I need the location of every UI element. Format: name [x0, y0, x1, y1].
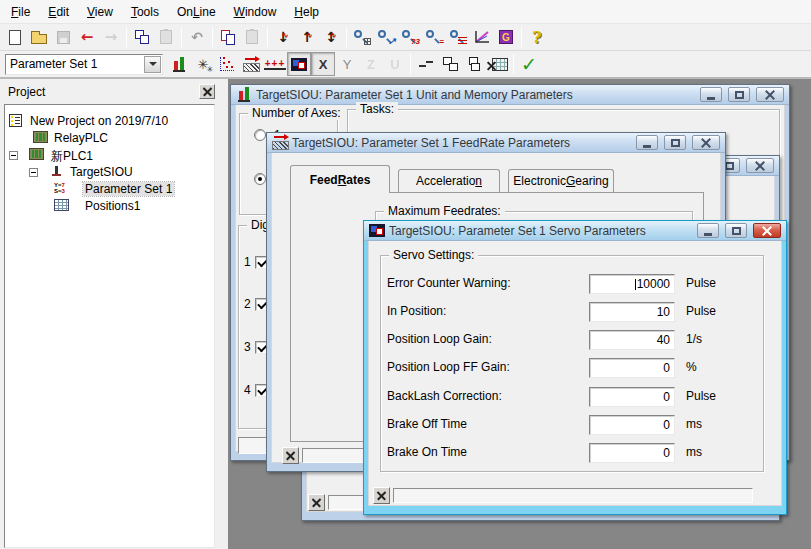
- download-button[interactable]: ↓∿: [271, 25, 295, 49]
- paste-icon: [160, 30, 172, 44]
- axes-radio-1[interactable]: [254, 129, 266, 141]
- servo-field-label: Brake On Time: [387, 445, 467, 459]
- servo-field-input[interactable]: 40: [589, 330, 675, 350]
- unit-memory-titlebar[interactable]: TargetSIOU: Parameter Set 1 Unit and Mem…: [231, 85, 789, 105]
- minimize-button[interactable]: [697, 223, 719, 238]
- menu-tools[interactable]: Tools: [122, 1, 168, 23]
- maximize-button[interactable]: [728, 87, 750, 102]
- dash-button[interactable]: [414, 52, 438, 76]
- tree-item-label: RelayPLC: [52, 131, 110, 145]
- unit-memory-params-button[interactable]: [167, 52, 191, 76]
- forward-button[interactable]: →: [99, 25, 123, 49]
- axis-y-button[interactable]: Y: [335, 52, 359, 76]
- help-icon: ?: [532, 28, 541, 47]
- ticks-icon: +++: [264, 59, 287, 70]
- servo-field-label: In Position:: [387, 304, 446, 318]
- servo-field-input[interactable]: 0: [589, 387, 675, 407]
- close-button[interactable]: [753, 223, 781, 238]
- green-check-icon: ✓: [521, 55, 537, 74]
- gcode-button[interactable]: G: [494, 25, 518, 49]
- combobox-dropdown-button[interactable]: [144, 56, 161, 73]
- graph-button[interactable]: [470, 25, 494, 49]
- statusbar-close-button[interactable]: [282, 447, 299, 464]
- copy-button[interactable]: [130, 25, 154, 49]
- feedrate-titlebar[interactable]: TargetSIOU: Parameter Set 1 FeedRate Par…: [267, 133, 725, 153]
- axis-x-button[interactable]: X: [311, 52, 335, 76]
- close-button[interactable]: [756, 87, 784, 102]
- close-button[interactable]: [746, 158, 774, 173]
- menu-edit[interactable]: Edit: [39, 1, 78, 23]
- menu-view[interactable]: View: [78, 1, 122, 23]
- tree-expander-minus[interactable]: [9, 151, 18, 160]
- menu-help[interactable]: Help: [285, 1, 328, 23]
- statusbar-close-button[interactable]: [373, 487, 390, 504]
- apply-button[interactable]: ✓: [517, 52, 541, 76]
- point-params-button[interactable]: [215, 52, 239, 76]
- servo-field-input[interactable]: 0: [589, 415, 675, 435]
- axis-z-button-label: Z: [367, 57, 375, 72]
- bar-chart-icon: [236, 87, 252, 103]
- minimize-button[interactable]: [636, 135, 658, 150]
- monitor-screen-icon: [291, 58, 307, 71]
- table-export-button[interactable]: [486, 52, 510, 76]
- monitor-set-button[interactable]: =: [422, 25, 446, 49]
- save-button[interactable]: [51, 25, 75, 49]
- servo-field-input[interactable]: 0: [589, 358, 675, 378]
- paste-project-button[interactable]: [240, 25, 264, 49]
- menu-window[interactable]: Window: [225, 1, 286, 23]
- digital-row-label: 4: [244, 383, 251, 397]
- tree-expander-minus[interactable]: [29, 168, 38, 177]
- copy-icon: [135, 30, 149, 44]
- jog-params-button[interactable]: ✳✳: [191, 52, 215, 76]
- monitor-run-button[interactable]: ↗: [374, 25, 398, 49]
- parameter-set-combobox[interactable]: Parameter Set 1: [5, 54, 163, 75]
- minimize-button[interactable]: [700, 87, 722, 102]
- menu-online[interactable]: OnLine: [168, 1, 225, 23]
- monitor-query-button[interactable]: ?3: [398, 25, 422, 49]
- restore-icon: [671, 139, 680, 147]
- feedrate-params-button[interactable]: [239, 52, 263, 76]
- servo-statusbar: [393, 488, 753, 503]
- new-file-button[interactable]: [3, 25, 27, 49]
- project-panel-close-button[interactable]: [199, 84, 215, 99]
- tab-acceleration[interactable]: Acceleration: [398, 169, 500, 192]
- transfer-button[interactable]: ↕∿: [319, 25, 343, 49]
- menu-file[interactable]: File: [2, 1, 39, 23]
- servo-field-input[interactable]: 10000: [589, 274, 675, 294]
- cascade-windows-button[interactable]: [462, 52, 486, 76]
- restore-button[interactable]: [725, 223, 747, 238]
- servo-field-input[interactable]: 0: [589, 443, 675, 463]
- copy-project-button[interactable]: [216, 25, 240, 49]
- digital-row-label: 1: [244, 255, 251, 269]
- undo-button[interactable]: ↶: [185, 25, 209, 49]
- open-file-button[interactable]: [27, 25, 51, 49]
- tab-electronic-gearing[interactable]: Electronic Gearing: [508, 169, 614, 192]
- mdi-workspace: TargetSIOU: Parameter Set 1 Unit and Mem…: [228, 79, 811, 549]
- servo-field-unit: Pulse: [686, 304, 716, 318]
- servo-titlebar[interactable]: TargetSIOU: Parameter Set 1 Servo Parame…: [364, 221, 786, 241]
- restore-button[interactable]: [664, 135, 686, 150]
- statusbar-close-button[interactable]: [308, 494, 325, 511]
- monitor-set-icon: =: [425, 29, 443, 45]
- monitor-grid-button[interactable]: [350, 25, 374, 49]
- axes-radio-2[interactable]: [254, 173, 266, 185]
- paste-button[interactable]: [154, 25, 178, 49]
- monitor-lines-button[interactable]: [446, 25, 470, 49]
- project-panel-header: Project: [0, 79, 219, 104]
- axis-u-button[interactable]: U: [383, 52, 407, 76]
- tab-feed-rates[interactable]: Feed Rates: [290, 165, 390, 193]
- close-button[interactable]: [692, 135, 720, 150]
- minimize-icon: [643, 145, 651, 148]
- back-button[interactable]: ←: [75, 25, 99, 49]
- toolbar-separator: [126, 27, 127, 47]
- help-button[interactable]: ?: [525, 25, 549, 49]
- upload-button[interactable]: ↑∿: [295, 25, 319, 49]
- servo-params-button[interactable]: [287, 52, 311, 76]
- axis-marks-button[interactable]: +++: [263, 52, 287, 76]
- axis-z-button[interactable]: Z: [359, 52, 383, 76]
- servo-field-unit: ms: [686, 445, 702, 459]
- double-dash-icon: [419, 61, 433, 67]
- toolbar-separator: [267, 27, 268, 47]
- stack-windows-button[interactable]: [438, 52, 462, 76]
- servo-field-input[interactable]: 10: [589, 302, 675, 322]
